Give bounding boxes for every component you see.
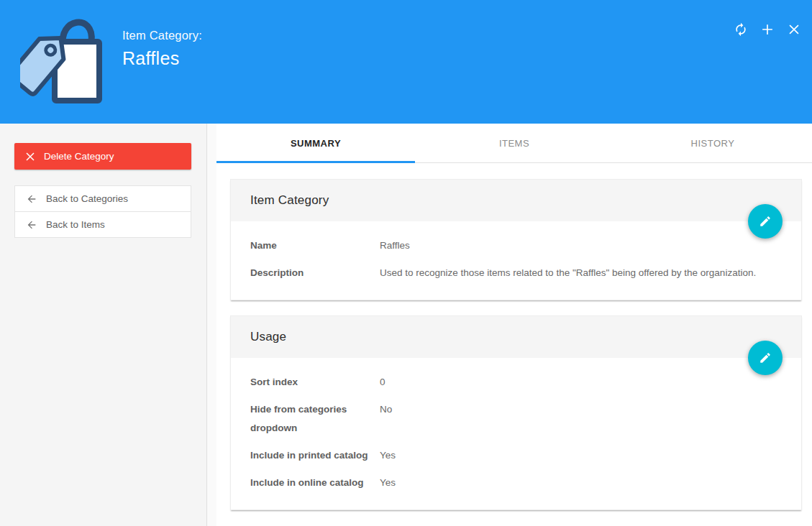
usage-card-header: Usage: [231, 316, 801, 358]
tab-history[interactable]: HISTORY: [613, 124, 812, 162]
field-label: Name: [250, 236, 380, 255]
content-row: Delete Category Back to Categories Back …: [0, 124, 812, 526]
app-header: Item Category: Raffles: [0, 0, 812, 124]
item-category-card-body: Name Raffles Description Used to recogni…: [231, 221, 801, 300]
sidebar: Delete Category Back to Categories Back …: [0, 124, 207, 526]
field-value: Yes: [380, 474, 396, 492]
field-label: Include in printed catalog: [250, 446, 380, 465]
header-actions: [731, 20, 803, 39]
page-kicker: Item Category:: [122, 29, 202, 42]
delete-category-button[interactable]: Delete Category: [14, 143, 191, 170]
back-to-categories-label: Back to Categories: [46, 193, 128, 204]
main-panel: SUMMARY ITEMS HISTORY Item Category: [216, 124, 812, 526]
close-icon[interactable]: [785, 20, 803, 39]
field-label: Include in online catalog: [250, 474, 380, 492]
pencil-icon: [759, 351, 772, 364]
delete-category-label: Delete Category: [44, 151, 114, 162]
add-icon[interactable]: [758, 20, 777, 39]
back-arrow-icon: [26, 193, 37, 205]
field-row-sort-index: Sort index 0: [250, 373, 782, 392]
tab-summary[interactable]: SUMMARY: [216, 124, 415, 162]
back-arrow-icon: [26, 219, 37, 231]
field-value: Yes: [380, 446, 396, 465]
tab-items[interactable]: ITEMS: [415, 124, 613, 162]
field-row-description: Description Used to recognize those item…: [250, 264, 782, 282]
back-to-items-label: Back to Items: [46, 219, 105, 230]
back-to-categories-link[interactable]: Back to Categories: [14, 185, 191, 212]
shopping-bag-tag-icon: [20, 11, 109, 112]
back-to-items-link[interactable]: Back to Items: [14, 211, 191, 238]
field-label: Hide from categories dropdown: [250, 400, 380, 438]
sidebar-gutter: [207, 124, 216, 526]
item-category-card-header: Item Category: [231, 180, 801, 221]
field-label: Sort index: [250, 373, 380, 392]
edit-usage-button[interactable]: [748, 341, 783, 375]
tab-bar: SUMMARY ITEMS HISTORY: [216, 124, 812, 163]
field-value: No: [380, 400, 392, 438]
field-row-printed-catalog: Include in printed catalog Yes: [250, 446, 782, 465]
usage-card-body: Sort index 0 Hide from categories dropdo…: [231, 358, 801, 509]
field-row-online-catalog: Include in online catalog Yes: [250, 474, 782, 492]
page-content: Item Category Name Raffles Descr: [216, 163, 812, 526]
page-title: Raffles: [122, 48, 202, 69]
pencil-icon: [759, 215, 772, 228]
card-title: Usage: [250, 330, 286, 344]
header-text: Item Category: Raffles: [122, 29, 202, 69]
field-value: Used to recognize those items related to…: [380, 264, 756, 282]
field-row-hide-from-dropdown: Hide from categories dropdown No: [250, 400, 782, 438]
field-value: 0: [380, 373, 386, 392]
delete-x-icon: [26, 152, 35, 161]
sidebar-nav: Back to Categories Back to Items: [14, 185, 191, 238]
item-category-card: Item Category Name Raffles Descr: [230, 179, 802, 300]
field-value: Raffles: [380, 236, 410, 255]
field-label: Description: [250, 264, 380, 282]
field-row-name: Name Raffles: [250, 236, 782, 255]
edit-item-category-button[interactable]: [748, 204, 783, 239]
usage-card: Usage Sort index 0 Hide from cat: [230, 315, 802, 510]
card-title: Item Category: [250, 193, 329, 208]
refresh-icon[interactable]: [731, 20, 750, 39]
